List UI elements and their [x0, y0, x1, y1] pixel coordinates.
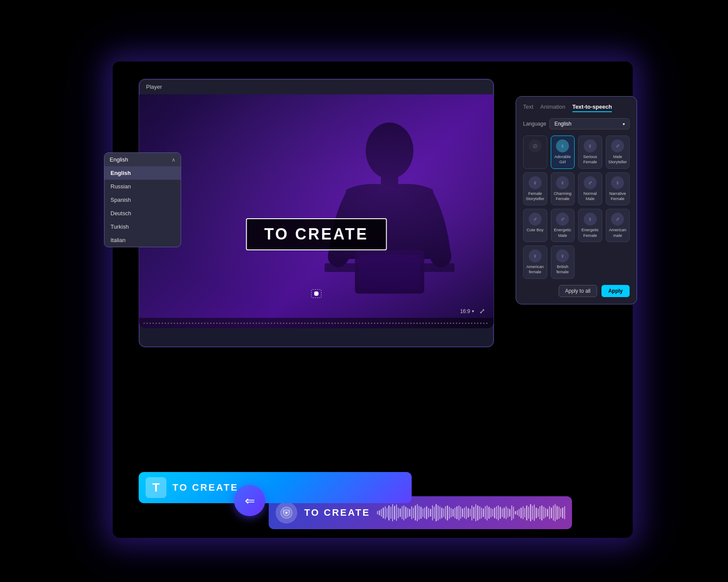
- american-female-name: American female: [525, 264, 545, 275]
- player-titlebar: Player: [139, 79, 494, 94]
- language-dropdown: English ∧ English Russian Spanish Deutsc…: [104, 152, 181, 247]
- dropdown-header[interactable]: English ∧: [104, 153, 181, 166]
- tab-text[interactable]: Text: [523, 103, 533, 112]
- tts-actions: Apply to all Apply: [523, 285, 630, 297]
- aspect-ratio[interactable]: 16:9 ▾: [460, 308, 474, 314]
- energetic-female-name: Energetic Female: [580, 227, 600, 238]
- energetic-male-name: Energetic Male: [553, 227, 573, 238]
- cute-boy-icon: ♂: [529, 213, 542, 226]
- female-storyteller-name: Female Storyteller: [525, 191, 545, 202]
- tts-tabs: Text Animation Text-to-speech: [523, 103, 630, 112]
- video-controls: 16:9 ▾ ⤢: [460, 307, 485, 315]
- language-select[interactable]: English ▾: [549, 118, 630, 129]
- voice-card-narrative-female[interactable]: ♀ Narrative Female: [606, 172, 630, 206]
- voice-card-charming-female[interactable]: ♀ Charming Female: [551, 172, 575, 206]
- tts-panel: Text Animation Text-to-speech Language E…: [516, 96, 637, 304]
- timeline-bar: [139, 318, 494, 328]
- normal-male-icon: ♂: [584, 176, 597, 189]
- dropdown-item-spanish[interactable]: Spanish: [104, 193, 181, 207]
- dropdown-selected-value: English: [110, 156, 128, 163]
- dropdown-item-english[interactable]: English: [104, 166, 181, 180]
- american-male-icon: ♂: [611, 213, 624, 226]
- british-female-name: British female: [553, 264, 573, 275]
- player-video-area: TO CREATE 16:9 ▾ ⤢: [139, 94, 494, 328]
- voice-card-female-storyteller[interactable]: ♀ Female Storyteller: [523, 172, 547, 206]
- normal-male-name: Normal Male: [580, 191, 600, 202]
- voice-grid: ⊘ ♀ Adorable Girl ♀ Serious Female ♂ Mal…: [523, 136, 630, 279]
- audio-waveform: [377, 504, 565, 521]
- tts-language-row: Language English ▾: [523, 118, 630, 129]
- text-overlay: TO CREATE: [246, 218, 387, 250]
- male-storyteller-name: Male Storyteller: [608, 154, 628, 165]
- convert-button[interactable]: ⇐: [234, 485, 265, 516]
- charming-female-name: Charming Female: [553, 191, 573, 202]
- voice-card-cute-boy[interactable]: ♂ Cute Boy: [523, 209, 547, 242]
- dropdown-item-italian[interactable]: Italian: [104, 233, 181, 247]
- female-storyteller-icon: ♀: [529, 176, 542, 189]
- serious-female-icon: ♀: [584, 139, 597, 152]
- dropdown-item-turkish[interactable]: Turkish: [104, 220, 181, 233]
- text-track-icon: T: [146, 477, 166, 498]
- aspect-ratio-chevron: ▾: [472, 309, 474, 314]
- energetic-female-icon: ♀: [584, 213, 597, 226]
- text-track-label: TO CREATE: [172, 482, 238, 493]
- american-female-icon: ♀: [529, 249, 542, 262]
- language-label: Language: [523, 121, 546, 127]
- tab-text-to-speech[interactable]: Text-to-speech: [572, 103, 612, 112]
- apply-button[interactable]: Apply: [601, 285, 630, 297]
- voice-card-male-storyteller[interactable]: ♂ Male Storyteller: [606, 136, 630, 169]
- player-title: Player: [146, 84, 162, 90]
- tab-animation[interactable]: Animation: [540, 103, 566, 112]
- voice-card-american-female[interactable]: ♀ American female: [523, 246, 547, 279]
- dropdown-item-deutsch[interactable]: Deutsch: [104, 207, 181, 220]
- voice-card-energetic-female[interactable]: ♀ Energetic Female: [578, 209, 602, 242]
- text-overlay-content: TO CREATE: [264, 225, 369, 243]
- silhouette: [320, 120, 459, 302]
- fullscreen-button[interactable]: ⤢: [479, 307, 485, 315]
- svg-rect-4: [359, 255, 420, 289]
- energetic-male-icon: ♂: [556, 213, 569, 226]
- british-female-icon: ♀: [556, 249, 569, 262]
- narrative-female-icon: ♀: [611, 176, 624, 189]
- voice-card-serious-female[interactable]: ♀ Serious Female: [578, 136, 602, 169]
- voice-card-adorable-girl[interactable]: ♀ Adorable Girl: [551, 136, 575, 169]
- charming-female-icon: ♀: [556, 176, 569, 189]
- american-male-name: American male: [608, 227, 628, 238]
- narrative-female-name: Narrative Female: [608, 191, 628, 202]
- convert-arrow-icon: ⇐: [245, 494, 255, 508]
- male-storyteller-icon: ♂: [611, 139, 624, 152]
- svg-point-7: [286, 512, 288, 514]
- serious-female-name: Serious Female: [580, 154, 600, 165]
- voice-card-energetic-male[interactable]: ♂ Energetic Male: [551, 209, 575, 242]
- language-select-chevron: ▾: [623, 122, 625, 126]
- cute-boy-name: Cute Boy: [526, 227, 543, 233]
- audio-track-icon: [276, 502, 297, 524]
- voice-card-normal-male[interactable]: ♂ Normal Male: [578, 172, 602, 206]
- apply-to-all-button[interactable]: Apply to all: [559, 285, 597, 297]
- timeline-progress[interactable]: [143, 323, 489, 324]
- audio-track-label: TO CREATE: [304, 507, 370, 518]
- voice-card-american-male[interactable]: ♂ American male: [606, 209, 630, 242]
- dropdown-arrow-icon: ∧: [172, 157, 176, 163]
- voice-disabled-icon: ⊘: [529, 139, 542, 152]
- dropdown-item-russian[interactable]: Russian: [104, 180, 181, 193]
- voice-card-british-female[interactable]: ♀ British female: [551, 246, 575, 279]
- player-window: Player: [139, 79, 494, 347]
- adorable-girl-name: Adorable Girl: [553, 154, 573, 165]
- selection-handle-br[interactable]: [315, 292, 318, 296]
- text-track-bar: T TO CREATE: [139, 472, 412, 503]
- voice-card-disabled[interactable]: ⊘: [523, 136, 547, 169]
- adorable-girl-icon: ♀: [556, 139, 569, 152]
- svg-point-0: [366, 123, 413, 179]
